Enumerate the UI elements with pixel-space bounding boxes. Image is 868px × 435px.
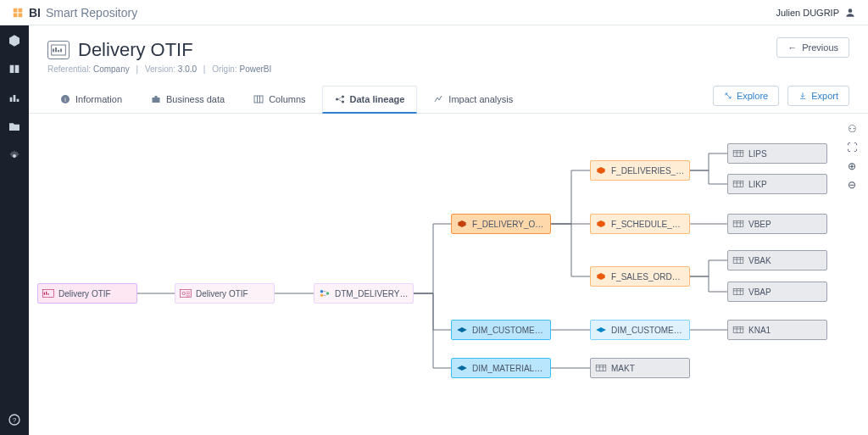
lineage-node[interactable]: F_DELIVERIES_RV bbox=[590, 160, 690, 181]
zoom-in-button[interactable]: ⊕ bbox=[845, 159, 859, 174]
lineage-node[interactable]: VBAK bbox=[727, 250, 827, 270]
lineage-node[interactable]: F_SALES_ORDER_RV bbox=[590, 266, 690, 287]
book-icon[interactable] bbox=[8, 63, 21, 76]
cube-icon bbox=[456, 219, 468, 229]
version-value: 3.0.0 bbox=[178, 64, 197, 74]
table-icon bbox=[732, 287, 744, 297]
info-icon: i bbox=[60, 94, 70, 104]
svg-rect-24 bbox=[733, 289, 743, 295]
node-label: DIM_CUSTOMER_SD_... bbox=[472, 326, 546, 335]
lineage-node[interactable]: DIM_MATERIAL_RV bbox=[451, 358, 551, 378]
node-label: DIM_CUSTOMER_RV bbox=[611, 326, 685, 335]
report-icon bbox=[42, 288, 54, 298]
lineage-node[interactable]: LIKP bbox=[727, 174, 827, 194]
lineage-icon bbox=[335, 94, 345, 104]
svg-rect-23 bbox=[733, 258, 743, 264]
cube-icon bbox=[595, 271, 607, 282]
tree-view-button[interactable]: ⚇ bbox=[845, 121, 859, 137]
svg-rect-25 bbox=[733, 327, 743, 333]
lineage-node[interactable]: DIM_CUSTOMER_RV bbox=[590, 320, 690, 340]
svg-text:?: ? bbox=[13, 416, 17, 424]
arrow-left-icon: ← bbox=[787, 42, 797, 53]
lineage-node[interactable]: MAKT bbox=[590, 358, 690, 378]
lineage-node[interactable]: VBAP bbox=[727, 282, 827, 302]
lineage-node[interactable]: Delivery OTIF bbox=[37, 283, 137, 304]
dim-icon bbox=[595, 325, 607, 335]
origin-value: PowerBI bbox=[239, 64, 271, 74]
lineage-node[interactable]: Delivery OTIF bbox=[175, 283, 275, 304]
meta-row: Referential: Company | Version: 3.0.0 | … bbox=[47, 64, 849, 74]
svg-point-17 bbox=[320, 294, 324, 298]
lineage-node[interactable]: F_SCHEDULE_LINE_... bbox=[590, 214, 690, 234]
report-icon bbox=[47, 41, 70, 59]
node-label: DTM_DELIVERY_OTIF_... bbox=[335, 289, 409, 298]
lineage-node[interactable]: DIM_CUSTOMER_SD_... bbox=[451, 320, 551, 340]
origin-label: Origin: bbox=[212, 64, 236, 74]
tab-impact-analysis[interactable]: Impact analysis bbox=[420, 86, 526, 113]
help-icon[interactable]: ? bbox=[8, 413, 21, 427]
chart-icon[interactable] bbox=[8, 92, 21, 105]
svg-point-10 bbox=[336, 98, 338, 101]
table-icon bbox=[732, 148, 744, 159]
header-area: ← Previous Delivery OTIF Referential: Co… bbox=[29, 25, 868, 74]
tabbar: i Information Business data Columns Data… bbox=[29, 86, 868, 114]
svg-point-11 bbox=[342, 96, 344, 98]
referential-value: Company bbox=[93, 64, 130, 74]
topbar: BI Smart Repository Julien DUGRIP bbox=[0, 0, 868, 25]
tab-business-data[interactable]: Business data bbox=[138, 86, 237, 113]
node-label: Delivery OTIF bbox=[196, 289, 248, 298]
content: ← Previous Delivery OTIF Referential: Co… bbox=[29, 25, 868, 435]
lineage-node[interactable]: VBEP bbox=[727, 214, 827, 234]
settings-icon[interactable] bbox=[8, 149, 21, 163]
tab-impact-analysis-label: Impact analysis bbox=[448, 94, 513, 104]
brand-light: Smart Repository bbox=[46, 6, 137, 20]
user-icon bbox=[844, 7, 856, 19]
fit-button[interactable]: ⛶ bbox=[845, 140, 859, 155]
tab-columns-label: Columns bbox=[269, 94, 305, 104]
explore-button[interactable]: Explore bbox=[713, 86, 779, 106]
cube-icon[interactable] bbox=[8, 34, 21, 47]
transform-icon bbox=[319, 288, 331, 298]
tab-business-data-label: Business data bbox=[166, 94, 225, 104]
zoom-out-button[interactable]: ⊖ bbox=[845, 177, 859, 192]
lineage-node[interactable]: LIPS bbox=[727, 143, 827, 164]
folder-icon[interactable] bbox=[8, 120, 21, 134]
tab-data-lineage[interactable]: Data lineage bbox=[322, 86, 418, 114]
referential-label: Referential: bbox=[47, 64, 91, 74]
svg-rect-8 bbox=[155, 96, 158, 98]
lineage-canvas[interactable]: Delivery OTIF Delivery OTIF DTM_DELIVERY… bbox=[29, 114, 868, 435]
svg-point-18 bbox=[326, 292, 330, 295]
tab-columns[interactable]: Columns bbox=[241, 86, 318, 113]
lineage-node[interactable]: F_DELIVERY_OTIF_RV bbox=[451, 214, 551, 234]
impact-icon bbox=[433, 94, 443, 104]
cube-icon bbox=[595, 165, 607, 176]
lineage-node[interactable]: KNA1 bbox=[727, 320, 827, 340]
svg-rect-20 bbox=[733, 151, 743, 157]
node-label: DIM_MATERIAL_RV bbox=[472, 364, 546, 373]
page-title: Delivery OTIF bbox=[78, 39, 193, 61]
table-icon bbox=[732, 255, 744, 265]
brand: BI Smart Repository bbox=[12, 6, 137, 20]
svg-rect-19 bbox=[596, 365, 606, 371]
svg-rect-9 bbox=[254, 96, 263, 103]
table-icon bbox=[732, 219, 744, 229]
export-button[interactable]: Export bbox=[787, 86, 849, 106]
previous-button[interactable]: ← Previous bbox=[776, 37, 849, 58]
user-name: Julien DUGRIP bbox=[776, 8, 839, 18]
svg-point-0 bbox=[849, 8, 853, 13]
lineage-node[interactable]: DTM_DELIVERY_OTIF_... bbox=[314, 283, 414, 304]
main: ? › ← Previous Delivery OTIF Referential… bbox=[0, 25, 868, 435]
table-icon bbox=[732, 179, 744, 189]
node-label: VBEP bbox=[748, 220, 771, 229]
columns-icon bbox=[253, 94, 264, 104]
tab-actions: Explore Export bbox=[713, 86, 849, 106]
table-icon bbox=[732, 325, 744, 335]
external-icon bbox=[724, 92, 732, 100]
dim-icon bbox=[456, 363, 468, 373]
tab-information[interactable]: i Information bbox=[47, 86, 135, 113]
canvas-toolbox: ⚇ ⛶ ⊕ ⊖ bbox=[843, 119, 861, 195]
user-block[interactable]: Julien DUGRIP bbox=[776, 7, 856, 19]
title-row: Delivery OTIF bbox=[47, 39, 849, 61]
cube-icon bbox=[595, 219, 607, 229]
download-icon bbox=[798, 92, 807, 100]
